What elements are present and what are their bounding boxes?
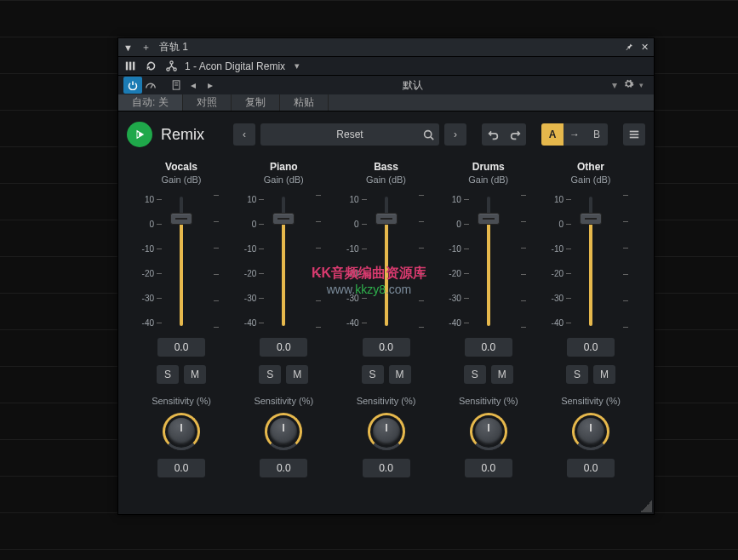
page-icon[interactable]	[168, 77, 185, 94]
tab-automation[interactable]: 自动: 关	[118, 94, 183, 111]
gain-value[interactable]: 0.0	[567, 338, 615, 357]
tab-paste[interactable]: 粘贴	[280, 94, 329, 111]
plugin-header: Remix ‹ Reset ›	[127, 122, 645, 147]
gain-value[interactable]: 0.0	[260, 338, 307, 357]
mute-button[interactable]: M	[286, 365, 308, 384]
add-icon[interactable]: ＋	[141, 41, 151, 54]
meter-icon[interactable]	[142, 77, 159, 94]
preset-name-label: Reset	[336, 129, 363, 140]
svg-rect-1	[129, 62, 130, 71]
slider-scale-left: 100-10-20-30-40	[237, 193, 264, 329]
host-preset-row: ◂ ▸ 默认 ▾ ▾	[118, 76, 654, 94]
sensitivity-value[interactable]: 0.0	[363, 459, 410, 477]
gear-chevron-icon[interactable]: ▾	[639, 81, 644, 89]
sensitivity-value[interactable]: 0.0	[465, 459, 512, 477]
gear-icon[interactable]	[623, 78, 634, 92]
slider-thumb[interactable]	[375, 213, 398, 225]
undo-button[interactable]	[482, 123, 504, 146]
solo-button[interactable]: S	[566, 365, 588, 384]
solo-button[interactable]: S	[362, 365, 384, 384]
preset-prev-button[interactable]: ‹	[233, 123, 255, 146]
gain-slider[interactable]: 100-10-20-30-40	[237, 193, 329, 329]
sensitivity-value[interactable]: 0.0	[260, 459, 307, 477]
channel-name: Other	[577, 161, 604, 173]
tab-copy[interactable]: 复制	[232, 94, 280, 111]
tab-compare[interactable]: 对照	[183, 94, 232, 111]
channel-name: Piano	[270, 161, 298, 173]
redo-button[interactable]	[504, 123, 526, 146]
sensitivity-value[interactable]: 0.0	[567, 459, 615, 477]
routing-icon[interactable]	[164, 60, 178, 73]
close-icon[interactable]: ✕	[641, 42, 649, 53]
svg-point-12	[425, 130, 432, 137]
sensitivity-knob[interactable]	[163, 413, 200, 450]
plugin-title: Remix	[161, 126, 204, 144]
gain-value[interactable]: 0.0	[157, 338, 205, 357]
plugin-window: ▼ ＋ 音轨 1 ✕ 1 - Acon Digital Remix ▾	[117, 37, 655, 515]
channel-strip: Other Gain (dB) 100-10-20-30-40 0.0 S M …	[545, 161, 637, 486]
plugin-selector[interactable]: 1 - Acon Digital Remix	[185, 60, 285, 72]
gain-slider[interactable]: 100-10-20-30-40	[340, 193, 432, 329]
solo-button[interactable]: S	[157, 365, 179, 384]
channel-sublabel: Gain (dB)	[366, 174, 406, 185]
channel-strip: Piano Gain (dB) 100-10-20-30-40 0.0 S M …	[237, 161, 329, 486]
channel-sublabel: Gain (dB)	[468, 174, 508, 185]
slider-scale-right	[419, 193, 424, 329]
sensitivity-value[interactable]: 0.0	[157, 459, 205, 477]
play-button[interactable]	[127, 122, 152, 147]
power-button[interactable]	[123, 77, 142, 94]
sensitivity-knob[interactable]	[470, 413, 507, 450]
mute-button[interactable]: M	[491, 365, 513, 384]
channel-name: Vocals	[165, 161, 197, 173]
channel-sublabel: Gain (dB)	[264, 174, 304, 185]
gain-slider[interactable]: 100-10-20-30-40	[443, 193, 535, 329]
ab-a-button[interactable]: A	[541, 123, 564, 146]
slider-scale-right	[623, 193, 628, 329]
next-preset-button[interactable]: ▸	[202, 77, 219, 94]
resize-grip[interactable]	[640, 500, 652, 512]
gain-value[interactable]: 0.0	[465, 338, 512, 357]
prev-preset-button[interactable]: ◂	[185, 77, 202, 94]
host-preset-name[interactable]: 默认	[219, 77, 606, 94]
refresh-icon[interactable]	[144, 60, 157, 73]
slider-scale-left: 100-10-20-30-40	[545, 193, 571, 329]
svg-line-6	[151, 84, 153, 88]
sensitivity-label: Sensitivity (%)	[152, 396, 211, 406]
svg-point-5	[169, 61, 172, 64]
sensitivity-knob[interactable]	[572, 413, 609, 450]
slider-thumb[interactable]	[580, 213, 602, 225]
preset-chevron-icon[interactable]: ▾	[606, 77, 623, 94]
pin-icon[interactable]	[624, 42, 634, 54]
window-titlebar: ▼ ＋ 音轨 1 ✕	[118, 38, 654, 57]
sensitivity-label: Sensitivity (%)	[254, 396, 313, 406]
slider-thumb[interactable]	[170, 213, 192, 225]
channel-sublabel: Gain (dB)	[161, 174, 201, 185]
gain-slider[interactable]: 100-10-20-30-40	[135, 193, 227, 329]
sensitivity-knob[interactable]	[265, 413, 302, 450]
mute-button[interactable]: M	[593, 365, 615, 384]
channel-strip: Drums Gain (dB) 100-10-20-30-40 0.0 S M …	[443, 161, 535, 486]
svg-rect-2	[132, 62, 134, 71]
chevron-down-icon[interactable]: ▾	[290, 60, 304, 73]
solo-button[interactable]: S	[259, 365, 281, 384]
menu-chevron-icon[interactable]: ▼	[123, 43, 133, 53]
solo-button[interactable]: S	[464, 365, 486, 384]
gain-slider[interactable]: 100-10-20-30-40	[545, 193, 637, 329]
sensitivity-knob[interactable]	[368, 413, 405, 450]
preset-selector[interactable]: Reset	[260, 123, 439, 146]
ab-b-button[interactable]: B	[586, 123, 608, 146]
gain-value[interactable]: 0.0	[363, 338, 410, 357]
slider-thumb[interactable]	[478, 213, 500, 225]
slider-thumb[interactable]	[272, 213, 295, 225]
mute-button[interactable]: M	[389, 365, 411, 384]
mute-button[interactable]: M	[184, 365, 206, 384]
slider-scale-left: 100-10-20-30-40	[135, 193, 162, 329]
plugin-body: Remix ‹ Reset ›	[118, 111, 654, 514]
columns-icon[interactable]	[123, 60, 137, 73]
hamburger-icon[interactable]	[623, 123, 645, 146]
host-toolbar: 1 - Acon Digital Remix ▾	[118, 57, 654, 76]
ab-copy-button[interactable]: →	[564, 123, 586, 146]
search-icon[interactable]	[423, 123, 434, 146]
slider-scale-left: 100-10-20-30-40	[443, 193, 469, 329]
preset-next-button[interactable]: ›	[444, 123, 466, 146]
